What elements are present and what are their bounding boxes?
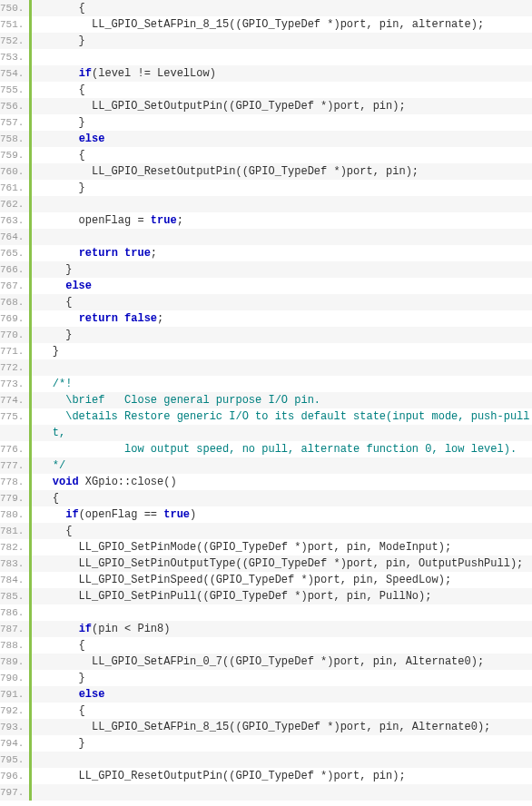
token-punc: } <box>39 182 84 194</box>
code-line: 751. LL_GPIO_SetAFPin_8_15((GPIO_TypeDef… <box>0 16 532 33</box>
line-number: 766. <box>0 261 31 278</box>
line-number: 771. <box>0 343 31 359</box>
line-number: 762. <box>0 196 31 212</box>
line-number: 763. <box>0 212 31 229</box>
code-content: } <box>31 735 532 752</box>
code-content: \brief Close general purpose I/O pin. <box>31 392 532 408</box>
code-content: void XGpio::close() <box>31 474 532 490</box>
line-number: 757. <box>0 114 31 131</box>
code-line: 755. { <box>0 82 532 98</box>
line-number: 772. <box>0 359 31 376</box>
code-content: LL_GPIO_ResetOutputPin((GPIO_TypeDef *)p… <box>31 768 532 784</box>
code-content: if(pin < Pin8) <box>31 621 532 637</box>
token-kw: return <box>79 312 118 325</box>
code-content: { <box>31 82 532 98</box>
code-content: { <box>31 490 532 506</box>
code-content <box>31 604 532 621</box>
code-content: LL_GPIO_SetPinMode((GPIO_TypeDef *)port,… <box>31 539 532 555</box>
code-line: 769. return false; <box>0 310 532 327</box>
token-kw: true <box>151 214 177 227</box>
line-number: 780. <box>0 506 31 523</box>
token-kw: true <box>163 508 190 521</box>
line-number: 790. <box>0 670 31 686</box>
code-content: LL_GPIO_ResetOutputPin((GPIO_TypeDef *)p… <box>31 163 532 180</box>
line-number: 758. <box>0 131 31 147</box>
code-content <box>31 229 532 245</box>
token-ident: LL_GPIO_SetAFPin_8_15((GPIO_TypeDef *)po… <box>39 18 484 31</box>
code-line: 775. \details Restore generic I/O to its… <box>0 408 532 425</box>
line-number: 781. <box>0 523 31 539</box>
code-content: LL_GPIO_SetAFPin_8_15((GPIO_TypeDef *)po… <box>31 719 532 735</box>
code-viewer: 750. {751. LL_GPIO_SetAFPin_8_15((GPIO_T… <box>0 0 532 801</box>
line-number: 787. <box>0 621 31 637</box>
code-content: t, <box>31 425 532 441</box>
token-ident: LL_GPIO_ResetOutputPin((GPIO_TypeDef *)p… <box>39 165 419 178</box>
line-number: 796. <box>0 768 31 784</box>
code-line: 792. { <box>0 703 532 719</box>
code-content: return false; <box>31 310 532 327</box>
token-punc: { <box>39 149 84 162</box>
code-line: 780. if(openFlag == true) <box>0 506 532 523</box>
code-content: else <box>31 686 532 703</box>
code-line: 777. */ <box>0 457 532 474</box>
code-content <box>31 784 532 801</box>
code-line: 753. <box>0 49 532 65</box>
line-number: 768. <box>0 294 31 310</box>
code-content <box>31 49 532 65</box>
token-punc: } <box>39 737 84 750</box>
token-punc: { <box>39 84 84 96</box>
line-number: 775. <box>0 408 31 425</box>
code-content: LL_GPIO_SetPinSpeed((GPIO_TypeDef *)port… <box>31 572 532 588</box>
code-line: 795. <box>0 752 532 768</box>
token-kw: false <box>124 312 157 325</box>
code-line: 788. { <box>0 637 532 654</box>
line-number: 755. <box>0 82 31 98</box>
token-punc <box>39 508 65 521</box>
token-ident: LL_GPIO_SetPinMode((GPIO_TypeDef *)port,… <box>39 541 451 554</box>
code-content: \details Restore generic I/O to its defa… <box>31 408 532 425</box>
token-ident: LL_GPIO_SetPinOutputType((GPIO_TypeDef *… <box>39 557 523 570</box>
code-content: } <box>31 670 532 686</box>
token-punc: ; <box>157 312 163 325</box>
line-number: 770. <box>0 327 31 343</box>
code-line: 766. } <box>0 261 532 278</box>
line-number: 756. <box>0 98 31 114</box>
token-punc: ) <box>190 508 196 521</box>
token-cmt: */ <box>39 459 65 472</box>
code-content: if(level != LevelLow) <box>31 65 532 82</box>
code-content <box>31 752 532 768</box>
line-number: 788. <box>0 637 31 654</box>
code-content: } <box>31 33 532 49</box>
token-ident: LL_GPIO_SetOutputPin((GPIO_TypeDef *)por… <box>39 100 405 113</box>
code-content: { <box>31 523 532 539</box>
line-number: 777. <box>0 457 31 474</box>
token-punc: ; <box>177 214 183 227</box>
token-punc <box>118 312 124 325</box>
token-kw: if <box>79 67 92 80</box>
code-line: 754. if(level != LevelLow) <box>0 65 532 82</box>
code-line: 779. { <box>0 490 532 506</box>
line-number: 765. <box>0 245 31 261</box>
code-line: 760. LL_GPIO_ResetOutputPin((GPIO_TypeDe… <box>0 163 532 180</box>
token-ident: LL_GPIO_SetAFPin_8_15((GPIO_TypeDef *)po… <box>39 721 490 733</box>
line-number: 753. <box>0 49 31 65</box>
code-line: 759. { <box>0 147 532 163</box>
line-number: 769. <box>0 310 31 327</box>
token-punc: { <box>39 525 72 537</box>
line-number: 773. <box>0 376 31 392</box>
code-content: openFlag = true; <box>31 212 532 229</box>
code-line: 750. { <box>0 0 532 16</box>
code-line: 763. openFlag = true; <box>0 212 532 229</box>
token-ident: XGpio::close() <box>79 476 177 488</box>
token-cmt: low output speed, no pull, alternate fun… <box>39 443 517 456</box>
code-line: 794. } <box>0 735 532 752</box>
code-line: 789. LL_GPIO_SetAFPin_0_7((GPIO_TypeDef … <box>0 654 532 670</box>
code-line: 770. } <box>0 327 532 343</box>
code-content: } <box>31 343 532 359</box>
token-kw: else <box>79 133 105 145</box>
code-content: } <box>31 327 532 343</box>
token-cmt: /*! <box>39 378 72 390</box>
line-number: 751. <box>0 16 31 33</box>
code-content: { <box>31 294 532 310</box>
code-content: else <box>31 131 532 147</box>
